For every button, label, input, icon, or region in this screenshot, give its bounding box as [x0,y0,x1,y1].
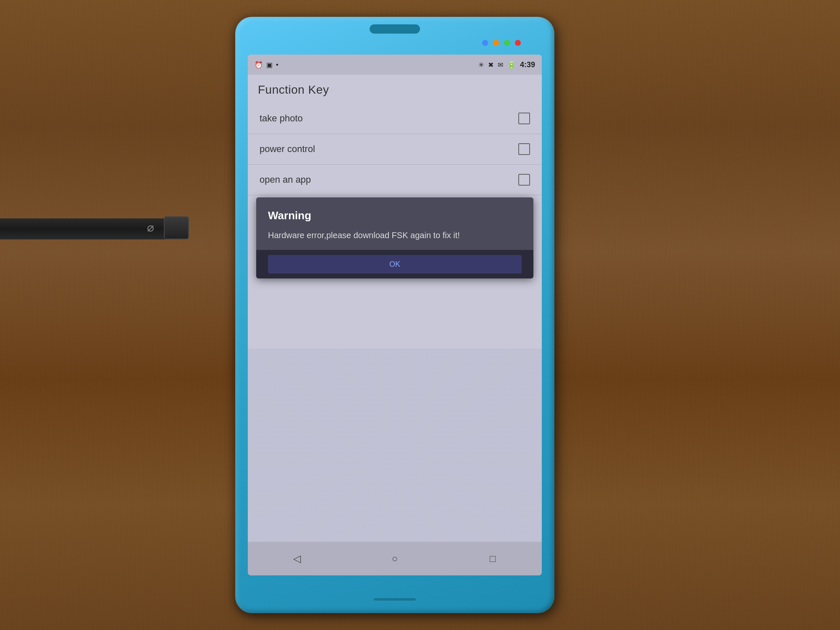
dialog-box: Warning Hardware error,please download F… [256,197,533,278]
app-content: Function Key take photo power control op… [248,75,542,220]
power-control-label: power control [260,144,315,155]
take-photo-label: take photo [260,113,303,124]
recents-button[interactable]: □ [480,548,505,569]
status-bar-left: ⏰ ▣ ▪ [255,61,278,69]
led-blue [482,40,488,46]
list-item-take-photo[interactable]: take photo [248,103,542,134]
list-item-power-control[interactable]: power control [248,134,542,165]
dialog-button-bar: OK [256,250,533,278]
back-icon: ◁ [293,553,301,564]
home-icon: ○ [392,553,398,564]
app-title: Function Key [248,75,542,103]
dialog-ok-button[interactable]: OK [268,255,522,273]
warning-dialog: Warning Hardware error,please download F… [248,197,542,278]
status-bar-right: ✳ ✖ ✉ 🔋 4:39 [478,60,535,69]
home-button[interactable]: ○ [382,548,407,569]
phone-screen: ⏰ ▣ ▪ ✳ ✖ ✉ 🔋 4:39 Function Key take pho… [248,55,542,575]
usb-connector [164,216,189,239]
dialog-title: Warning [268,209,522,222]
swirl-pattern [248,349,542,567]
dialog-content: Warning Hardware error,please download F… [256,197,533,250]
usb-cable: ⌀ [0,210,202,260]
mail-x-icon: ✉ [498,61,503,69]
phone-speaker [370,24,420,34]
open-app-checkbox[interactable] [518,174,530,186]
alarm-icon: ⏰ [255,61,263,69]
power-control-checkbox[interactable] [518,143,530,155]
bluetooth-icon: ✳ [478,61,484,69]
signal-icon: ▣ [266,61,273,69]
led-green [504,40,510,46]
led-red [515,40,521,46]
take-photo-checkbox[interactable] [518,113,530,124]
usb-symbol-icon: ⌀ [147,220,154,234]
led-orange [493,40,499,46]
status-time: 4:39 [520,60,535,69]
open-app-label: open an app [260,174,311,185]
dialog-message: Hardware error,please download FSK again… [268,229,522,242]
phone-bottom-bar [374,598,416,601]
phone-device: ⏰ ▣ ▪ ✳ ✖ ✉ 🔋 4:39 Function Key take pho… [235,17,554,613]
recents-icon: □ [490,553,496,564]
sim-icon: ▪ [276,61,278,68]
status-bar: ⏰ ▣ ▪ ✳ ✖ ✉ 🔋 4:39 [248,55,542,75]
battery-icon: 🔋 [507,61,516,69]
status-leds [482,40,521,46]
list-item-open-app[interactable]: open an app [248,165,542,195]
navigation-bar: ◁ ○ □ [248,542,542,575]
signal-x-icon: ✖ [488,61,494,69]
back-button[interactable]: ◁ [284,548,310,569]
